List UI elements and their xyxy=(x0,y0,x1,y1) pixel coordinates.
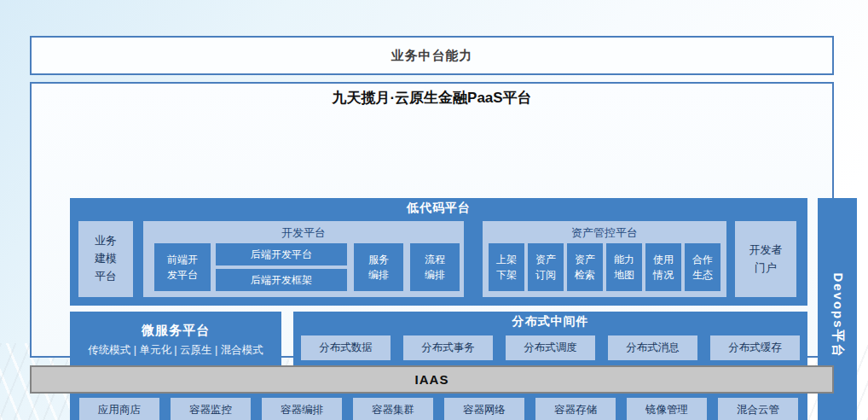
middleware-item-cache: 分布式缓存 xyxy=(710,335,800,360)
asset-item-subscription: 资产 订阅 xyxy=(528,243,564,291)
process-orchestration-box: 流程 编排 xyxy=(410,243,460,291)
dev-platform-box: 开发平台 前端开 发平台 后端开发平台 后端开发框架 服务 编排 流程 编排 xyxy=(143,221,464,297)
middleware-item-transaction: 分布式事务 xyxy=(403,335,493,360)
business-modeling-platform-box: 业务 建模 平台 xyxy=(78,221,133,297)
asset-item-usage: 使用 情况 xyxy=(645,243,681,291)
iaas-bar: IAAS xyxy=(30,365,834,394)
asset-item-listing: 上架 下架 xyxy=(489,243,524,291)
middleware-item-messaging: 分布式消息 xyxy=(608,335,697,360)
container-item-network: 容器网络 xyxy=(444,398,524,420)
distributed-middleware-section: 分布式中间件 分布式数据 分布式事务 分布式调度 分布式消息 分布式缓存 xyxy=(293,312,807,368)
container-item-hybrid-cloud: 混合云管 xyxy=(718,398,798,420)
asset-control-platform-title: 资产管控平台 xyxy=(483,225,726,241)
lowcode-platform-section: 低代码平台 业务 建模 平台 开发平台 前端开 发平台 后端开发平台 后端开发框… xyxy=(70,198,807,306)
banner-label: 业务中台能力 xyxy=(391,48,473,64)
iaas-label: IAAS xyxy=(415,372,449,387)
asset-item-capability-map: 能力 地图 xyxy=(606,243,642,291)
container-item-orchestration: 容器编排 xyxy=(262,398,342,420)
backend-dev-framework-box: 后端开发框架 xyxy=(216,269,347,291)
paas-platform-container: 九天揽月·云原生金融PaaS平台 低代码平台 业务 建模 平台 开发平台 前端开… xyxy=(30,82,834,358)
lowcode-platform-title: 低代码平台 xyxy=(70,201,807,216)
container-item-storage: 容器存储 xyxy=(535,398,616,420)
middleware-items-row: 分布式数据 分布式事务 分布式调度 分布式消息 分布式缓存 xyxy=(301,335,800,360)
microservice-platform-section: 微服务平台 传统模式 | 单元化 | 云原生 | 混合模式 xyxy=(70,312,281,368)
middleware-item-scheduling: 分布式调度 xyxy=(506,335,595,360)
container-item-image-mgmt: 镜像管理 xyxy=(627,398,707,420)
backend-dev-platform-box: 后端开发平台 xyxy=(216,243,347,265)
developer-portal-box: 开发者 门户 xyxy=(735,221,796,297)
dev-platform-title: 开发平台 xyxy=(143,225,464,241)
backend-column: 后端开发平台 后端开发框架 xyxy=(216,243,347,291)
asset-items-row: 上架 下架 资产 订阅 资产 检索 能力 地图 使用 情况 合作 生态 xyxy=(489,243,720,291)
container-item-app-store: 应用商店 xyxy=(79,398,159,420)
container-item-cluster: 容器集群 xyxy=(353,398,433,420)
microservice-modes: 传统模式 | 单元化 | 云原生 | 混合模式 xyxy=(88,343,263,358)
asset-item-search: 资产 检索 xyxy=(567,243,603,291)
asset-item-ecosystem: 合作 生态 xyxy=(685,243,720,291)
main-title: 九天揽月·云原生金融PaaS平台 xyxy=(32,88,832,108)
devops-platform-label: Devops平台 xyxy=(830,272,846,358)
middleware-item-data: 分布式数据 xyxy=(301,335,391,360)
frontend-dev-platform-box: 前端开 发平台 xyxy=(154,243,211,291)
distributed-middleware-title: 分布式中间件 xyxy=(293,314,807,330)
container-items-row: 应用商店 容器监控 容器编排 容器集群 容器网络 容器存储 镜像管理 混合云管 xyxy=(79,398,798,420)
business-midplatform-banner: 业务中台能力 xyxy=(30,36,834,75)
service-orchestration-box: 服务 编排 xyxy=(354,243,403,291)
asset-control-platform-box: 资产管控平台 上架 下架 资产 订阅 资产 检索 能力 地图 使用 情况 合作 … xyxy=(483,221,726,297)
container-item-monitoring: 容器监控 xyxy=(171,398,251,420)
microservice-platform-title: 微服务平台 xyxy=(142,323,210,339)
